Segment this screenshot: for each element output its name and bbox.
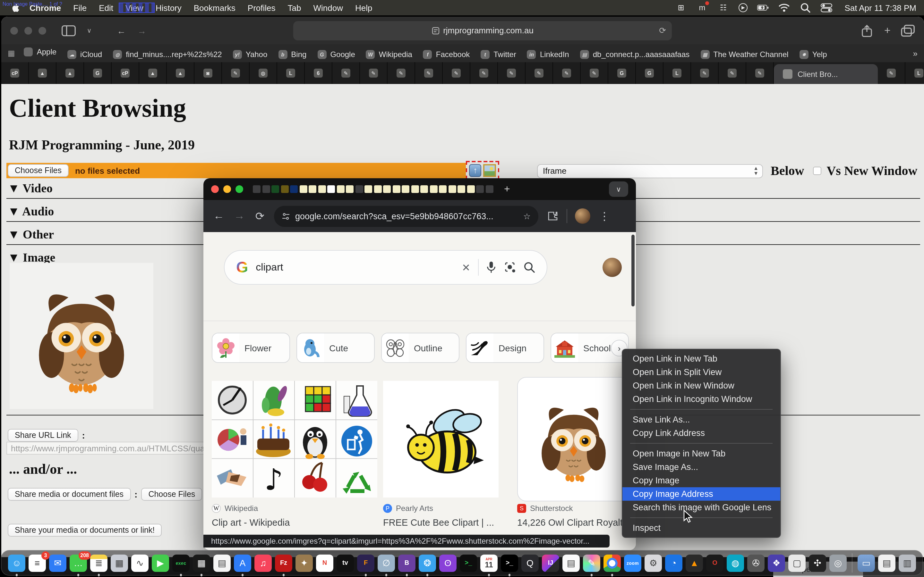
chip-flower[interactable]: Flower bbox=[212, 333, 290, 363]
inner-tab-favicon[interactable] bbox=[281, 185, 288, 193]
dock-app-app-blue[interactable]: ◔ bbox=[665, 554, 682, 572]
inner-forward-button[interactable]: → bbox=[233, 210, 246, 222]
menu-item-history[interactable]: History bbox=[156, 3, 182, 13]
browser-tab[interactable]: L bbox=[905, 62, 924, 84]
browser-tab[interactable]: ▲ bbox=[139, 62, 167, 84]
inner-back-button[interactable]: ← bbox=[212, 210, 225, 222]
browser-tab[interactable]: ✎ bbox=[553, 62, 581, 84]
result-image-owl[interactable] bbox=[517, 377, 630, 501]
inner-tab-favicon[interactable] bbox=[346, 185, 354, 193]
share-media-button[interactable]: Share media or document files bbox=[8, 488, 131, 501]
window-minimize-button[interactable] bbox=[24, 27, 32, 34]
inner-tab-favicon[interactable] bbox=[271, 185, 279, 193]
context-menu-item[interactable]: Save Image As... bbox=[622, 460, 780, 474]
dock-app-chrome[interactable] bbox=[604, 554, 621, 572]
browser-tab[interactable]: G bbox=[636, 62, 664, 84]
inner-new-tab-button[interactable]: + bbox=[504, 183, 510, 195]
window-list-icon[interactable]: ☷ bbox=[717, 3, 729, 13]
browser-tab[interactable]: ✎ bbox=[222, 62, 250, 84]
menu-bar-clock[interactable]: Sat Apr 11 7:38 PM bbox=[845, 3, 916, 13]
dock-app-system-settings[interactable]: ⚙ bbox=[645, 554, 662, 572]
dock-app-firefox[interactable]: F bbox=[357, 554, 375, 572]
dock-app-facetime[interactable]: ▶ bbox=[152, 554, 169, 572]
inner-tab-favicon[interactable] bbox=[411, 185, 419, 193]
google-lens-icon[interactable] bbox=[504, 261, 516, 273]
bookmark-star-icon[interactable]: ☆ bbox=[523, 211, 531, 221]
inner-tab-favicon[interactable] bbox=[253, 185, 260, 193]
browser-tab[interactable]: ✎ bbox=[878, 62, 905, 84]
wifi-icon[interactable] bbox=[779, 3, 790, 13]
menu-item-edit[interactable]: Edit bbox=[99, 3, 113, 13]
inner-tab-favicon[interactable] bbox=[420, 185, 428, 193]
reload-icon[interactable]: ⟳ bbox=[659, 26, 666, 35]
inner-minimize-button[interactable] bbox=[223, 185, 231, 193]
browser-tab[interactable]: cP bbox=[1, 62, 29, 84]
chip-design[interactable]: Design bbox=[466, 333, 544, 363]
context-menu-item[interactable]: Copy Link Address bbox=[622, 426, 780, 440]
profile-avatar[interactable] bbox=[575, 208, 590, 224]
menu-item-bookmarks[interactable]: Bookmarks bbox=[194, 3, 236, 13]
inner-tab-favicon[interactable] bbox=[309, 185, 317, 193]
dock-app-app-store[interactable]: A bbox=[234, 554, 251, 572]
context-menu-item[interactable]: Inspect bbox=[622, 521, 780, 535]
dock-app-terminal-3[interactable]: >_ bbox=[501, 554, 518, 572]
context-menu-item[interactable]: Open Image in New Tab bbox=[622, 447, 780, 460]
search-query[interactable]: clipart bbox=[256, 261, 454, 273]
dock-app-documents-stack[interactable]: ▤ bbox=[878, 554, 895, 572]
browser-tab[interactable]: ✎ bbox=[498, 62, 525, 84]
result-caption-wikipedia[interactable]: WWikipedia Clip art - Wikipedia bbox=[212, 504, 372, 528]
share-icon[interactable] bbox=[860, 24, 874, 37]
google-account-avatar[interactable] bbox=[603, 258, 622, 277]
dock-app-quicktime[interactable]: Q bbox=[521, 554, 539, 572]
dock-app-mail[interactable]: ✉ bbox=[49, 554, 66, 572]
dock-app-safari[interactable]: ❂ bbox=[419, 554, 436, 572]
dock-app-music[interactable]: ♫ bbox=[254, 554, 272, 572]
inner-zoom-button[interactable] bbox=[236, 185, 243, 193]
inner-tab-favicon[interactable] bbox=[448, 185, 456, 193]
share-submit-button[interactable]: Share your media or documents or link! bbox=[8, 524, 162, 537]
play-status-icon[interactable]: ▶ bbox=[738, 3, 748, 12]
dock-app-news[interactable]: N bbox=[316, 554, 333, 572]
forward-button[interactable]: → bbox=[135, 24, 149, 37]
bookmark-item[interactable]: y!Yahoo bbox=[233, 50, 268, 59]
menu-item-help[interactable]: Help bbox=[355, 3, 373, 13]
inner-tab-favicon[interactable] bbox=[374, 185, 381, 193]
context-menu-item[interactable]: Search this image with Google Lens bbox=[622, 501, 780, 514]
context-menu-item[interactable]: Copy Image Address bbox=[622, 487, 780, 501]
tab-overview-icon[interactable] bbox=[901, 24, 915, 37]
browser-tab[interactable]: ◍ bbox=[250, 62, 277, 84]
choose-files-button-2[interactable]: Choose Files bbox=[141, 488, 202, 501]
dock-app-textedit[interactable]: ▤ bbox=[213, 554, 231, 572]
bookmark-item[interactable]: ◍find_minus....rep+%22s%22 bbox=[113, 50, 222, 59]
dock-app-document[interactable]: ▤ bbox=[562, 554, 580, 572]
menu-item-tab[interactable]: Tab bbox=[288, 3, 301, 13]
dock-app-app-grey[interactable]: ✇ bbox=[747, 554, 764, 572]
dock-app-bbedit[interactable]: B bbox=[398, 554, 415, 572]
inner-tab-favicon[interactable] bbox=[402, 185, 409, 193]
dock-app-filezilla[interactable]: Fz bbox=[275, 554, 292, 572]
dock-app-intellij[interactable]: IJ bbox=[542, 554, 559, 572]
paste-status-icon[interactable]: ⊞ bbox=[675, 3, 687, 13]
tab-search-chevron-button[interactable]: ∨ bbox=[609, 181, 628, 197]
browser-tab[interactable]: ◙ bbox=[194, 62, 222, 84]
dock-app-app-light[interactable]: ▢ bbox=[788, 554, 806, 572]
scrollbar-thumb[interactable] bbox=[632, 235, 635, 306]
bookmark-item[interactable]: ✹Yelp bbox=[800, 50, 827, 59]
dock-app-launchpad[interactable]: ▦ bbox=[111, 554, 128, 572]
iframe-select[interactable]: Iframe ▲▼ bbox=[537, 164, 763, 178]
bookmark-item[interactable]: ☁iCloud bbox=[67, 50, 102, 59]
kebab-menu-icon[interactable]: ⋮ bbox=[598, 210, 611, 223]
image-thumbnail-icon[interactable] bbox=[483, 164, 496, 177]
menu-item-file[interactable]: File bbox=[73, 3, 87, 13]
context-menu-item[interactable]: Open Link in New Tab bbox=[622, 352, 780, 366]
meetup-status-icon[interactable]: m bbox=[696, 3, 708, 13]
browser-tab[interactable]: ▲ bbox=[57, 62, 84, 84]
inner-tab-favicon[interactable] bbox=[336, 185, 344, 193]
dock-app-downloads-folder[interactable]: ▭ bbox=[858, 554, 875, 572]
site-info-icon[interactable] bbox=[282, 212, 290, 220]
inner-tab-favicon[interactable] bbox=[439, 185, 447, 193]
browser-tab[interactable]: G bbox=[84, 62, 111, 84]
dock-app-app-indigo[interactable]: ❖ bbox=[768, 554, 785, 572]
inner-tab-favicon[interactable] bbox=[365, 185, 372, 193]
chip-cute[interactable]: Cute bbox=[296, 333, 375, 363]
